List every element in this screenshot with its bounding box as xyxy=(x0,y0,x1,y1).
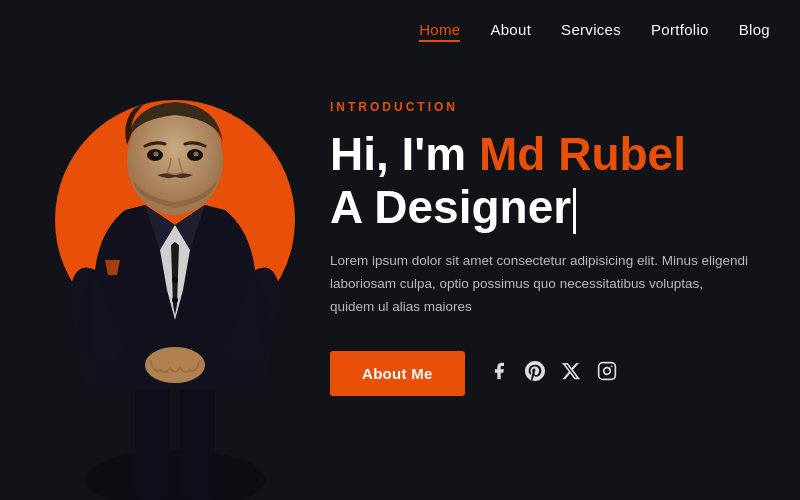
nav-item-about[interactable]: About xyxy=(490,21,531,39)
svg-point-8 xyxy=(194,152,199,157)
heading-line1: Hi, I'm Md Rubel xyxy=(330,128,686,180)
social-icons xyxy=(489,361,617,386)
nav-item-services[interactable]: Services xyxy=(561,21,621,39)
nav-item-portfolio[interactable]: Portfolio xyxy=(651,21,709,39)
nav-link-services[interactable]: Services xyxy=(561,21,621,38)
hero-heading: Hi, I'm Md Rubel A Designer xyxy=(330,128,780,234)
hero-actions: About Me xyxy=(330,351,780,396)
svg-point-0 xyxy=(85,450,265,500)
facebook-icon[interactable] xyxy=(489,361,509,386)
svg-point-10 xyxy=(172,277,178,283)
heading-line2: A Designer xyxy=(330,181,576,233)
portrait-container xyxy=(20,40,330,500)
about-me-button[interactable]: About Me xyxy=(330,351,465,396)
hero-description: Lorem ipsum dolor sit amet consectetur a… xyxy=(330,250,750,319)
nav-link-about[interactable]: About xyxy=(490,21,531,38)
instagram-icon[interactable] xyxy=(597,361,617,386)
svg-point-7 xyxy=(154,152,159,157)
heading-name-accent: Md Rubel xyxy=(479,128,686,180)
nav-item-blog[interactable]: Blog xyxy=(739,21,770,39)
twitter-x-icon[interactable] xyxy=(561,361,581,386)
pinterest-icon[interactable] xyxy=(525,361,545,386)
svg-point-11 xyxy=(172,297,178,303)
person-image xyxy=(20,40,330,500)
cursor-blink xyxy=(573,188,576,234)
hero-content: INTRODUCTION Hi, I'm Md Rubel A Designer… xyxy=(330,100,780,396)
svg-point-9 xyxy=(145,347,205,383)
heading-a-text: A xyxy=(330,181,374,233)
intro-label: INTRODUCTION xyxy=(330,100,780,114)
person-svg xyxy=(45,50,305,500)
hero-section: INTRODUCTION Hi, I'm Md Rubel A Designer… xyxy=(0,0,800,500)
nav-links: Home About Services Portfolio Blog xyxy=(419,21,770,39)
main-nav: Home About Services Portfolio Blog xyxy=(0,0,800,60)
heading-hi-text: Hi, I'm xyxy=(330,128,479,180)
heading-role-text: Designer xyxy=(374,181,571,233)
nav-link-home[interactable]: Home xyxy=(419,21,460,42)
nav-item-home[interactable]: Home xyxy=(419,21,460,39)
nav-link-portfolio[interactable]: Portfolio xyxy=(651,21,709,38)
svg-rect-12 xyxy=(598,362,615,379)
nav-link-blog[interactable]: Blog xyxy=(739,21,770,38)
